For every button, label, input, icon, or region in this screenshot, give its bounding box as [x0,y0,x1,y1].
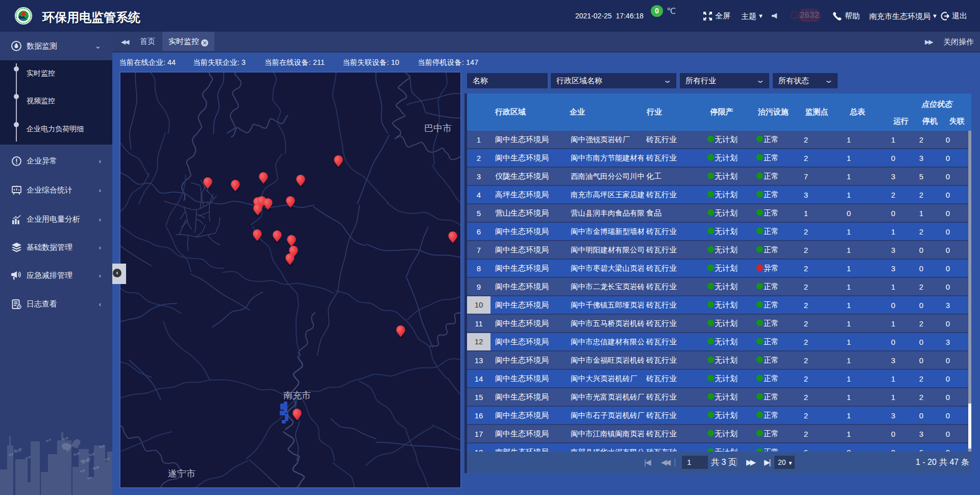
svg-text:南充市: 南充市 [283,390,311,400]
svg-text:巴中市: 巴中市 [424,123,452,133]
svg-text:遂宁市: 遂宁市 [168,468,195,479]
